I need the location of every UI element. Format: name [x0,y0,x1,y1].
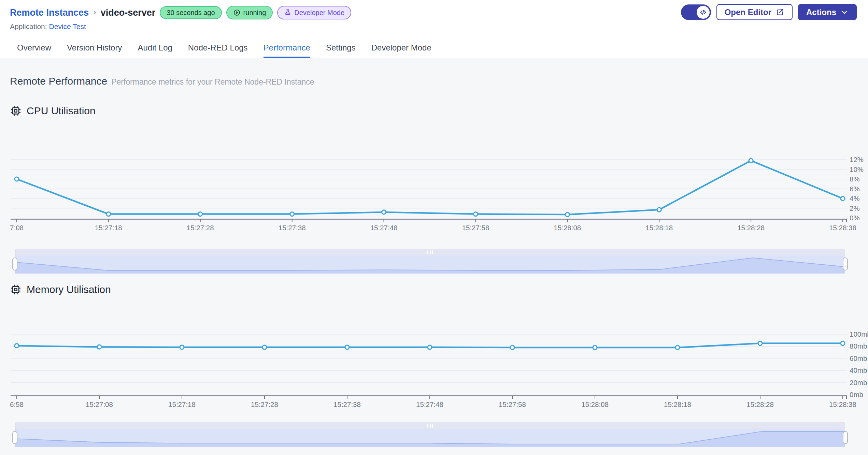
svg-text:12%: 12% [850,156,864,163]
svg-text:6%: 6% [850,185,860,193]
memory-brush-handle-left[interactable] [12,431,17,444]
svg-text:8%: 8% [850,175,860,183]
memory-utilisation-chart: 0mb20mb40mb60mb80mb100mb6:5815:27:0815:2… [10,297,858,416]
page-header: Remote Instances › video-server 30 secon… [0,0,868,58]
last-seen-badge-label: 30 seconds ago [167,9,215,16]
cpu-brush-minimap[interactable] [15,255,845,274]
status-badge: running [226,6,273,19]
svg-text:10%: 10% [850,165,864,173]
code-icon [699,8,707,16]
application-row: Application:Device Test [0,23,868,31]
cpu-brush-drag-strip[interactable] [15,249,845,255]
svg-text:15:28:38: 15:28:38 [829,400,856,408]
breadcrumb-current-instance: video-server [101,8,156,18]
breadcrumb: Remote Instances › video-server 30 secon… [10,4,351,21]
svg-text:15:27:48: 15:27:48 [416,400,443,408]
svg-text:15:27:28: 15:27:28 [187,224,214,232]
svg-text:6:58: 6:58 [10,400,24,408]
cpu-minimap-area [15,255,845,274]
developer-mode-toggle[interactable] [681,4,711,20]
last-seen-badge: 30 seconds ago [160,6,222,19]
cpu-section-header: CPU Utilisation [10,104,858,118]
memory-section-title: Memory Utilisation [27,284,111,295]
grip-icon [432,424,433,428]
svg-text:15:28:18: 15:28:18 [645,224,673,232]
cpu-chart-zoom-brush[interactable] [15,249,845,274]
svg-text:20mb: 20mb [850,379,867,386]
cpu-brush-handle-right[interactable] [843,258,848,270]
toggle-knob [697,6,710,19]
memory-section-header: Memory Utilisation [10,282,858,297]
grip-icon [432,250,433,254]
breadcrumb-remote-instances[interactable]: Remote Instances [10,8,89,18]
memory-brush-minimap[interactable] [15,429,845,447]
page-subtitle: Performance metrics for your Remote Node… [111,77,314,86]
svg-text:15:28:08: 15:28:08 [554,224,581,232]
developer-mode-badge: Developer Mode [277,6,351,19]
svg-text:15:28:18: 15:28:18 [664,400,691,408]
svg-text:0%: 0% [850,214,860,222]
grip-icon [430,250,431,254]
svg-text:40mb: 40mb [850,366,867,374]
svg-text:15:28:28: 15:28:28 [737,224,765,232]
svg-text:7:08: 7:08 [10,224,24,232]
tab-settings[interactable]: Settings [326,38,356,58]
svg-text:15:28:38: 15:28:38 [829,224,856,232]
chevron-down-icon [840,8,849,16]
svg-text:15:27:38: 15:27:38 [279,224,306,232]
tab-audit-log[interactable]: Audit Log [138,38,172,58]
svg-text:4%: 4% [850,194,860,202]
cpu-chip-icon [10,105,22,117]
svg-text:15:28:28: 15:28:28 [746,400,774,408]
header-actions: Open Editor Actions [681,4,857,20]
grip-icon [427,424,428,428]
tab-version-history[interactable]: Version History [67,38,122,58]
svg-text:15:27:18: 15:27:18 [95,224,122,232]
tab-bar: Overview Version History Audit Log Node-… [0,38,868,58]
cpu-section-title: CPU Utilisation [27,105,96,117]
svg-text:15:27:48: 15:27:48 [370,224,398,232]
memory-brush-drag-strip[interactable] [15,422,845,429]
flask-icon [284,9,291,16]
svg-text:80mb: 80mb [850,342,867,350]
actions-button[interactable]: Actions [798,4,857,20]
svg-text:15:27:58: 15:27:58 [499,400,526,408]
play-circle-icon [233,9,241,16]
open-editor-button[interactable]: Open Editor [716,4,793,20]
cpu-brush-handle-left[interactable] [12,258,17,270]
breadcrumb-separator-icon: › [93,7,96,17]
cpu-utilisation-chart: 0%2%4%6%8%10%12%7:0815:27:1815:27:2815:2… [10,118,858,236]
actions-label: Actions [806,8,836,17]
developer-mode-badge-label: Developer Mode [294,9,344,16]
memory-chart-zoom-brush[interactable] [15,422,845,447]
application-link[interactable]: Device Test [49,23,86,30]
memory-brush-handle-right[interactable] [843,431,848,444]
svg-text:100mb: 100mb [850,330,868,338]
tab-overview[interactable]: Overview [17,38,51,58]
open-editor-label: Open Editor [725,8,771,17]
divider [10,96,858,96]
grip-icon [427,250,428,254]
memory-chip-icon [10,284,22,295]
svg-text:15:27:18: 15:27:18 [168,400,196,408]
svg-text:0mb: 0mb [850,391,863,398]
application-label: Application: [10,23,47,30]
tab-developer-mode[interactable]: Developer Mode [371,38,431,58]
svg-text:15:27:08: 15:27:08 [86,400,113,408]
performance-panel: Remote PerformancePerformance metrics fo… [0,58,868,455]
memory-minimap-area [15,429,845,447]
svg-text:15:28:08: 15:28:08 [581,400,609,408]
tab-performance[interactable]: Performance [264,38,310,58]
page-title: Remote Performance [10,75,107,87]
svg-text:60mb: 60mb [850,354,867,362]
external-link-icon [775,8,784,17]
svg-text:15:27:28: 15:27:28 [251,400,278,408]
svg-text:2%: 2% [850,204,860,212]
status-badge-label: running [243,9,266,16]
svg-text:15:27:38: 15:27:38 [333,400,361,408]
grip-icon [430,424,431,428]
tab-node-red-logs[interactable]: Node-RED Logs [188,38,248,58]
svg-text:15:27:58: 15:27:58 [462,224,489,232]
